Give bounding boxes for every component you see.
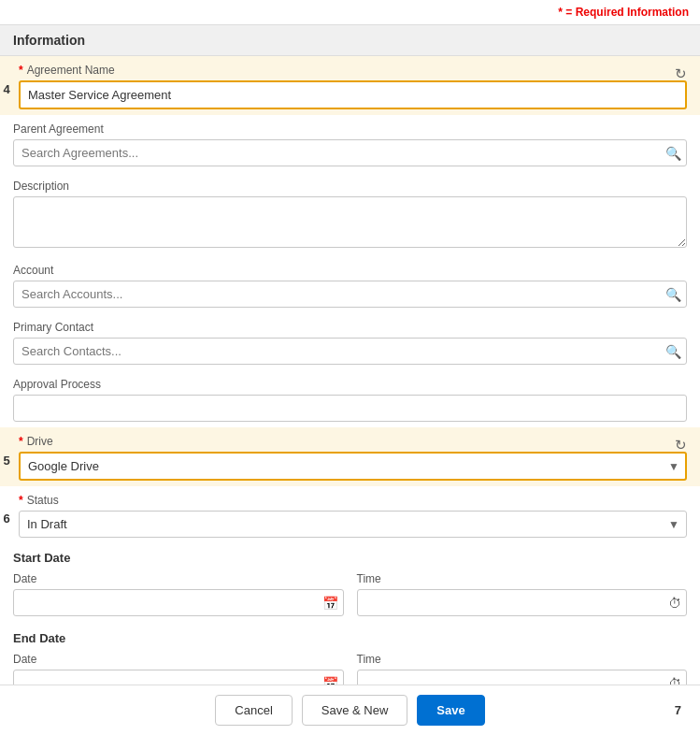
primary-contact-row: Primary Contact 🔍 bbox=[0, 313, 700, 370]
approval-process-row: Approval Process bbox=[0, 370, 700, 427]
save-new-button[interactable]: Save & New bbox=[302, 695, 408, 726]
cancel-button[interactable]: Cancel bbox=[215, 695, 292, 726]
agreement-name-label: * Agreement Name bbox=[19, 64, 687, 77]
parent-agreement-input[interactable] bbox=[13, 139, 687, 166]
start-date-section: Start Date Date 📅 Time ⏱ bbox=[0, 543, 700, 624]
description-row: Description bbox=[0, 172, 700, 256]
parent-agreement-search-wrapper: 🔍 bbox=[13, 139, 687, 166]
start-date-input[interactable] bbox=[13, 589, 344, 616]
parent-agreement-search-icon[interactable]: 🔍 bbox=[665, 146, 681, 161]
save-button[interactable]: Save bbox=[417, 695, 484, 726]
account-row: Account 🔍 bbox=[0, 256, 700, 313]
drive-row: 5 * Drive ↻ Google Drive OneDrive Dropbo… bbox=[0, 427, 700, 486]
footer-number: 7 bbox=[675, 703, 681, 717]
start-date-field: Date 📅 bbox=[13, 572, 344, 616]
primary-contact-input[interactable] bbox=[13, 338, 687, 365]
footer: Cancel Save & New Save 7 bbox=[0, 685, 700, 735]
start-date-title: Start Date bbox=[0, 543, 700, 569]
status-select[interactable]: In Draft Active Expired Terminated Pendi… bbox=[19, 511, 687, 538]
parent-agreement-row: Parent Agreement 🔍 bbox=[0, 115, 700, 172]
description-label: Description bbox=[13, 180, 687, 193]
start-time-input-wrapper: ⏱ bbox=[357, 589, 688, 616]
row-number-5: 5 bbox=[0, 453, 13, 467]
primary-contact-search-wrapper: 🔍 bbox=[13, 338, 687, 365]
account-search-icon[interactable]: 🔍 bbox=[665, 287, 681, 302]
form-body: 4 * Agreement Name ↻ Parent Agreement 🔍 … bbox=[0, 56, 700, 735]
row-number-6: 6 bbox=[0, 511, 13, 525]
approval-process-input[interactable] bbox=[13, 395, 687, 422]
status-select-wrapper: In Draft Active Expired Terminated Pendi… bbox=[19, 511, 687, 538]
start-time-label: Time bbox=[357, 572, 688, 585]
end-time-label: Time bbox=[357, 653, 688, 666]
primary-contact-search-icon[interactable]: 🔍 bbox=[665, 344, 681, 359]
section-header: Information bbox=[0, 24, 700, 56]
status-label: * Status bbox=[19, 494, 687, 507]
primary-contact-label: Primary Contact bbox=[13, 321, 687, 334]
drive-select[interactable]: Google Drive OneDrive Dropbox SharePoint bbox=[19, 452, 687, 481]
drive-select-wrapper: Google Drive OneDrive Dropbox SharePoint… bbox=[19, 452, 687, 481]
agreement-name-input[interactable] bbox=[19, 80, 687, 109]
agreement-name-row: 4 * Agreement Name ↻ bbox=[0, 56, 700, 115]
required-note: * = Required Information bbox=[0, 0, 700, 24]
row-number-4: 4 bbox=[0, 81, 13, 95]
parent-agreement-label: Parent Agreement bbox=[13, 122, 687, 136]
description-input[interactable] bbox=[13, 196, 687, 248]
status-row: 6 * Status In Draft Active Expired Termi… bbox=[0, 486, 700, 543]
drive-label: * Drive bbox=[19, 435, 687, 448]
approval-process-label: Approval Process bbox=[13, 378, 687, 391]
end-date-title: End Date bbox=[0, 624, 700, 649]
start-time-input[interactable] bbox=[357, 589, 688, 616]
account-input[interactable] bbox=[13, 281, 687, 308]
account-label: Account bbox=[13, 264, 687, 277]
required-star: * bbox=[558, 6, 563, 19]
start-date-calendar-icon[interactable]: 📅 bbox=[322, 596, 338, 611]
agreement-name-undo-button[interactable]: ↻ bbox=[675, 65, 687, 82]
start-date-time-row: Date 📅 Time ⏱ bbox=[0, 569, 700, 624]
start-date-input-wrapper: 📅 bbox=[13, 589, 344, 616]
start-time-field: Time ⏱ bbox=[357, 572, 688, 616]
account-search-wrapper: 🔍 bbox=[13, 281, 687, 308]
start-time-clock-icon[interactable]: ⏱ bbox=[668, 596, 681, 611]
start-date-label: Date bbox=[13, 572, 344, 585]
end-date-label: Date bbox=[13, 653, 344, 666]
